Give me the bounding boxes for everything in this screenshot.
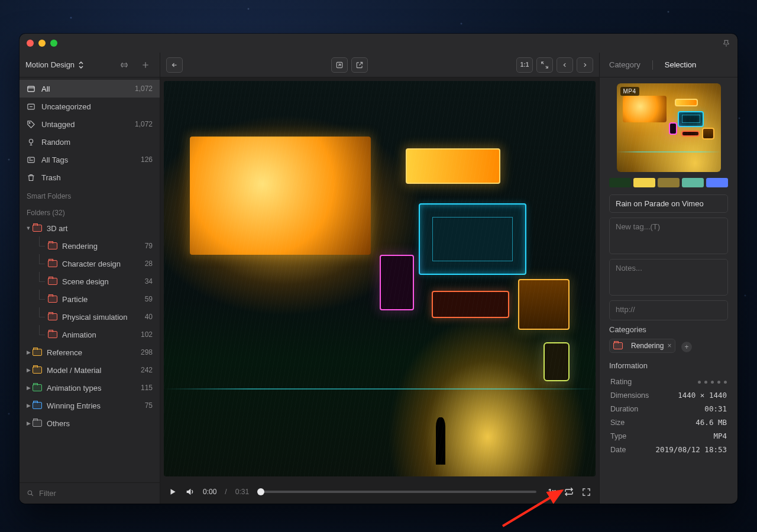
info-type-label: Type bbox=[610, 430, 651, 442]
titlebar bbox=[20, 34, 737, 53]
folder-label: Others bbox=[47, 419, 70, 428]
sidebar-item-all[interactable]: All1,072 bbox=[20, 80, 160, 98]
remove-category-icon[interactable]: × bbox=[667, 342, 671, 350]
disclosure-icon[interactable]: ▶ bbox=[24, 385, 33, 391]
folder-count: 75 bbox=[145, 401, 153, 410]
add-button[interactable] bbox=[137, 58, 154, 72]
folder-animation[interactable]: Animation102 bbox=[20, 326, 160, 343]
next-item-button[interactable] bbox=[577, 57, 593, 73]
folder-animation-types[interactable]: ▶Animation types115 bbox=[20, 379, 160, 397]
sidebar-item-all-tags[interactable]: All Tags126 bbox=[20, 151, 160, 168]
volume-button[interactable] bbox=[185, 487, 195, 497]
folder-model-material[interactable]: ▶Model / Material242 bbox=[20, 361, 160, 379]
seek-bar[interactable] bbox=[261, 491, 536, 493]
random-icon bbox=[27, 138, 35, 147]
color-swatch[interactable] bbox=[682, 178, 704, 187]
color-swatch[interactable] bbox=[609, 178, 631, 187]
minimize-window-button[interactable] bbox=[38, 40, 46, 47]
inspector-tab-category[interactable]: Category bbox=[609, 60, 640, 69]
pin-icon[interactable] bbox=[722, 39, 730, 47]
disclosure-icon[interactable]: ▶ bbox=[24, 367, 33, 373]
toggle-sidebar-button[interactable] bbox=[116, 58, 132, 72]
categories-heading: Categories bbox=[609, 325, 728, 334]
time-total: 0:31 bbox=[235, 488, 249, 496]
selection-thumbnail[interactable]: MP4 bbox=[617, 83, 721, 172]
folder-label: Model / Material bbox=[47, 366, 101, 375]
svg-rect-1 bbox=[28, 86, 34, 92]
color-swatch[interactable] bbox=[658, 178, 680, 187]
folder-label: Particle bbox=[62, 295, 88, 304]
tags-field[interactable]: New tag...(T) bbox=[609, 218, 728, 254]
info-size-label: Size bbox=[610, 416, 651, 429]
category-chip[interactable]: Rendering × bbox=[609, 339, 675, 353]
folder-icon bbox=[33, 349, 42, 356]
folder-icon bbox=[48, 242, 57, 249]
sidebar-item-random[interactable]: Random bbox=[20, 133, 160, 151]
play-button[interactable] bbox=[169, 488, 177, 496]
close-window-button[interactable] bbox=[27, 40, 34, 47]
svg-point-6 bbox=[28, 491, 32, 495]
main-viewer: 0:00 / 0:31 1x bbox=[160, 77, 600, 504]
sort-icon bbox=[78, 61, 84, 69]
folder-icon bbox=[33, 402, 42, 409]
folder-particle[interactable]: Particle59 bbox=[20, 290, 160, 308]
sidebar-item-label: Trash bbox=[41, 173, 61, 182]
disclosure-icon[interactable]: ▶ bbox=[24, 349, 33, 355]
disclosure-icon[interactable]: ▶ bbox=[24, 420, 33, 426]
sidebar-filter[interactable] bbox=[20, 482, 160, 504]
media-viewport[interactable] bbox=[164, 81, 596, 476]
info-date-label: Date bbox=[610, 443, 651, 456]
folder-icon bbox=[33, 420, 42, 427]
info-duration-label: Duration bbox=[610, 403, 651, 415]
folder-icon bbox=[33, 366, 42, 374]
folder-scene-design[interactable]: Scene design34 bbox=[20, 273, 160, 290]
library-name: Motion Design bbox=[25, 60, 75, 69]
folder-others[interactable]: ▶Others bbox=[20, 414, 160, 432]
folder-count: 34 bbox=[145, 277, 153, 286]
folder-physical-simulation[interactable]: Physical simulation40 bbox=[20, 308, 160, 326]
sidebar-item-uncategorized[interactable]: Uncategorized bbox=[20, 98, 160, 115]
actual-size-button[interactable]: 1:1 bbox=[516, 57, 533, 73]
color-swatch[interactable] bbox=[706, 178, 728, 187]
seek-thumb[interactable] bbox=[257, 488, 264, 495]
disclosure-icon[interactable]: ▶ bbox=[24, 403, 33, 408]
folder-label: Rendering bbox=[62, 242, 98, 251]
playback-speed-button[interactable]: 1x bbox=[548, 488, 556, 496]
fit-to-window-button[interactable] bbox=[536, 57, 553, 73]
item-title-field[interactable]: Rain on Parade on Vimeo bbox=[609, 194, 728, 213]
player-controls: 0:00 / 0:31 1x bbox=[160, 480, 599, 504]
sidebar-filter-input[interactable] bbox=[39, 489, 153, 498]
folder-3d-art[interactable]: ▼3D art bbox=[20, 219, 160, 237]
sidebar-item-label: Untagged bbox=[41, 120, 75, 129]
folder-winning-entries[interactable]: ▶Winning Entries75 bbox=[20, 397, 160, 414]
fullscreen-button[interactable] bbox=[582, 488, 591, 497]
add-category-button[interactable]: + bbox=[681, 342, 692, 352]
loop-button[interactable] bbox=[564, 487, 574, 497]
library-dropdown[interactable]: Motion Design bbox=[25, 60, 84, 69]
folder-reference[interactable]: ▶Reference298 bbox=[20, 343, 160, 361]
folder-label: Reference bbox=[47, 348, 82, 357]
folder-count: 28 bbox=[145, 259, 153, 268]
folder-rendering[interactable]: Rendering79 bbox=[20, 237, 160, 255]
inspector-tab-selection[interactable]: Selection bbox=[665, 60, 696, 69]
sidebar-item-untagged[interactable]: Untagged1,072 bbox=[20, 115, 160, 133]
sidebar-item-label: All bbox=[41, 85, 50, 93]
untag-icon bbox=[27, 120, 35, 129]
trash-icon bbox=[27, 173, 35, 182]
prev-item-button[interactable] bbox=[557, 57, 573, 73]
back-button[interactable] bbox=[166, 57, 183, 73]
disclosure-icon[interactable]: ▼ bbox=[24, 225, 33, 231]
header-bar: Motion Design 1:1 Category Selection bbox=[20, 53, 737, 77]
notes-field[interactable]: Notes... bbox=[609, 259, 728, 296]
open-with-button[interactable] bbox=[331, 57, 348, 73]
zoom-window-button[interactable] bbox=[50, 40, 57, 47]
rating-control[interactable] bbox=[652, 381, 727, 384]
time-separator: / bbox=[225, 488, 227, 496]
external-link-button[interactable] bbox=[351, 57, 368, 73]
folder-character-design[interactable]: Character design28 bbox=[20, 255, 160, 273]
url-field[interactable]: http:// bbox=[609, 300, 728, 320]
sidebar-item-label: Uncategorized bbox=[41, 102, 91, 111]
color-swatch[interactable] bbox=[633, 178, 655, 187]
tab-divider bbox=[652, 60, 653, 70]
sidebar-item-trash[interactable]: Trash bbox=[20, 168, 160, 186]
